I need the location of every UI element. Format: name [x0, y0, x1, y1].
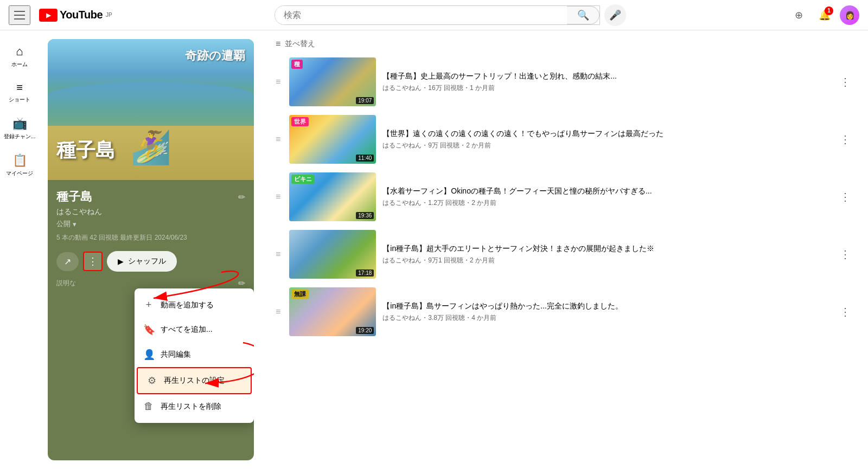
playlist-cover-image: 🏄‍♀️ 奇跡の遭覇 種子島 [48, 39, 254, 180]
thumb-badge: 世界 [291, 117, 309, 126]
video-item: ≡ 無課 19:20 【in種子島】島サーフィンはやっぱり熱かった...完全に激… [276, 287, 855, 336]
menu-item-settings[interactable]: ⚙ 再生リストの設定 [137, 367, 252, 394]
drag-handle[interactable]: ≡ [276, 134, 280, 144]
sidebar-label-home: ホーム [11, 61, 28, 68]
avatar[interactable]: 👩 [840, 5, 859, 25]
bookmark-icon: 🔖 [143, 324, 154, 336]
video-list: ≡ 並べ替え ≡ 種 19:07 【種子島】史上最高のサーフトリップ！出逢いと別… [263, 30, 868, 469]
playlist-cover: 🏄‍♀️ 奇跡の遭覇 種子島 [48, 39, 254, 180]
playlist-actions: ↗ ⋮ ▶ シャッフル [56, 251, 245, 272]
drag-handle[interactable]: ≡ [276, 307, 280, 317]
sort-label: 並べ替え [285, 39, 315, 49]
header-left: YouTube JP [9, 5, 128, 25]
create-button[interactable]: ⊕ [788, 4, 809, 26]
video-meta: 【in種子島】超大手のエリートとサーフィン対決！まさかの展開が起きました※ はる… [382, 243, 829, 266]
menu-item-add-video[interactable]: + 動画を追加する [135, 293, 254, 317]
video-title[interactable]: 【水着サーフィン】Okinoの種子島！グーフィー天国と憧の秘所がヤバすぎる... [382, 186, 829, 197]
video-more-button[interactable]: ⋮ [835, 246, 855, 263]
settings-icon: ⚙ [146, 375, 157, 387]
thumb-badge: 無課 [291, 290, 309, 299]
video-item: ≡ ビキニ 19:36 【水着サーフィン】Okinoの種子島！グーフィー天国と憧… [276, 172, 855, 221]
video-duration: 19:07 [356, 97, 374, 104]
context-menu: + 動画を追加する 🔖 すべてを追加... 👤 共同編集 ⚙ 再生リストの設定 … [135, 288, 254, 423]
video-meta: 【世界】遠くの遠くの遠くの遠くの遠く！でもやっぱり島サーフィンは最高だった はる… [382, 129, 829, 151]
video-info: はるこやねん・9万 回視聴・2 か月前 [382, 141, 829, 150]
shorts-icon: ≡ [16, 81, 23, 94]
desc-edit-button[interactable]: ✏ [238, 278, 245, 288]
add-icon: + [143, 299, 154, 311]
share-icon: ↗ [64, 256, 71, 267]
drag-handle[interactable]: ≡ [276, 77, 280, 87]
sidebar-label-mypage: マイページ [6, 170, 33, 177]
header: YouTube JP 🔍 🎤 ⊕ 🔔 1 👩 [0, 0, 868, 30]
sidebar-item-shorts[interactable]: ≡ ショート [0, 74, 39, 109]
sidebar-label-subscriptions: 登録チャン... [4, 133, 35, 140]
search-icon: 🔍 [577, 9, 589, 21]
sort-row[interactable]: ≡ 並べ替え [276, 39, 855, 49]
menu-item-delete[interactable]: 🗑 再生リストを削除 [135, 394, 254, 419]
video-info: はるこやねん・16万 回視聴・1 か月前 [382, 83, 829, 93]
video-title[interactable]: 【種子島】史上最高のサーフトリップ！出逢いと別れ、感動の結末... [382, 71, 829, 82]
notification-badge: 1 [825, 7, 833, 15]
more-icon: ⋮ [88, 255, 98, 267]
sidebar-label-shorts: ショート [9, 96, 30, 104]
drag-handle[interactable]: ≡ [276, 249, 280, 259]
playlist-title: 種子島 [56, 189, 92, 205]
more-options-button[interactable]: ⋮ [83, 252, 103, 271]
video-info: はるこやねん・1.2万 回視聴・2 か月前 [382, 198, 829, 208]
video-more-button[interactable]: ⋮ [835, 188, 855, 205]
video-more-button[interactable]: ⋮ [835, 73, 855, 91]
video-item: ≡ 世界 11:40 【世界】遠くの遠くの遠くの遠くの遠く！でもやっぱり島サーフ… [276, 115, 855, 164]
video-duration: 19:36 [356, 212, 374, 219]
menu-collab-label: 共同編集 [161, 350, 191, 359]
playlist-channel: はるこやねん [56, 207, 245, 217]
search-bar: 🔍 [275, 5, 600, 25]
menu-settings-label: 再生リストの設定 [164, 376, 225, 386]
video-item: ≡ 種 19:07 【種子島】史上最高のサーフトリップ！出逢いと別れ、感動の結末… [276, 57, 855, 106]
video-duration: 11:40 [356, 155, 374, 162]
menu-item-add-all[interactable]: 🔖 すべてを追加... [135, 317, 254, 342]
video-thumbnail[interactable]: 17:18 [289, 230, 376, 279]
youtube-logo-text: YouTube [60, 9, 103, 21]
sidebar-item-subscriptions[interactable]: 📺 登録チャン... [0, 109, 39, 146]
drag-handle[interactable]: ≡ [276, 192, 280, 202]
playlist-edit-button[interactable]: ✏ [238, 192, 245, 202]
hamburger-button[interactable] [9, 5, 30, 25]
description-text: 説明な [56, 279, 76, 288]
mic-button[interactable]: 🎤 [604, 4, 626, 26]
youtube-logo[interactable]: YouTube JP [39, 9, 112, 22]
header-right: ⊕ 🔔 1 👩 [773, 4, 859, 26]
cover-overlay-text: 奇跡の遭覇 [185, 48, 245, 65]
video-info: はるこやねん・9万1 回視聴・2 か月前 [382, 256, 829, 265]
sidebar-item-mypage[interactable]: 📋 マイページ [0, 146, 39, 183]
playlist-visibility[interactable]: 公開 ▾ [56, 219, 245, 229]
play-icon: ▶ [118, 257, 124, 266]
share-button[interactable]: ↗ [56, 252, 79, 271]
video-item: ≡ 17:18 【in種子島】超大手のエリートとサーフィン対決！まさかの展開が起… [276, 230, 855, 279]
video-info: はるこやねん・3.8万 回視聴・4 か月前 [382, 313, 829, 323]
cover-island-text: 種子島 [56, 137, 115, 164]
shuffle-label: シャッフル [128, 256, 166, 266]
search-input[interactable] [275, 6, 567, 24]
video-more-button[interactable]: ⋮ [835, 131, 855, 148]
video-title[interactable]: 【世界】遠くの遠くの遠くの遠くの遠く！でもやっぱり島サーフィンは最高だった [382, 129, 829, 139]
video-meta: 【in種子島】島サーフィンはやっぱり熱かった...完全に激釣しました。 はるこや… [382, 301, 829, 323]
notifications-button[interactable]: 🔔 1 [814, 4, 835, 26]
video-thumbnail[interactable]: 種 19:07 [289, 57, 376, 106]
sidebar-item-home[interactable]: ⌂ ホーム [0, 37, 39, 74]
menu-item-collab[interactable]: 👤 共同編集 [135, 342, 254, 367]
playlist-title-row: 種子島 ✏ [56, 189, 245, 205]
play-all-button[interactable]: ▶ シャッフル [107, 251, 177, 272]
mic-icon: 🎤 [609, 9, 621, 21]
video-more-button[interactable]: ⋮ [835, 303, 855, 320]
video-title[interactable]: 【in種子島】島サーフィンはやっぱり熱かった...完全に激釣しました。 [382, 301, 829, 312]
video-meta: 【種子島】史上最高のサーフトリップ！出逢いと別れ、感動の結末... はるこやねん… [382, 71, 829, 93]
video-title[interactable]: 【in種子島】超大手のエリートとサーフィン対決！まさかの展開が起きました※ [382, 243, 829, 254]
search-button[interactable]: 🔍 [567, 6, 599, 24]
mypage-icon: 📋 [12, 153, 27, 168]
delete-icon: 🗑 [143, 401, 154, 412]
video-thumbnail[interactable]: ビキニ 19:36 [289, 172, 376, 221]
video-thumbnail[interactable]: 世界 11:40 [289, 115, 376, 164]
video-thumbnail[interactable]: 無課 19:20 [289, 287, 376, 336]
menu-add-all-label: すべてを追加... [161, 325, 213, 335]
